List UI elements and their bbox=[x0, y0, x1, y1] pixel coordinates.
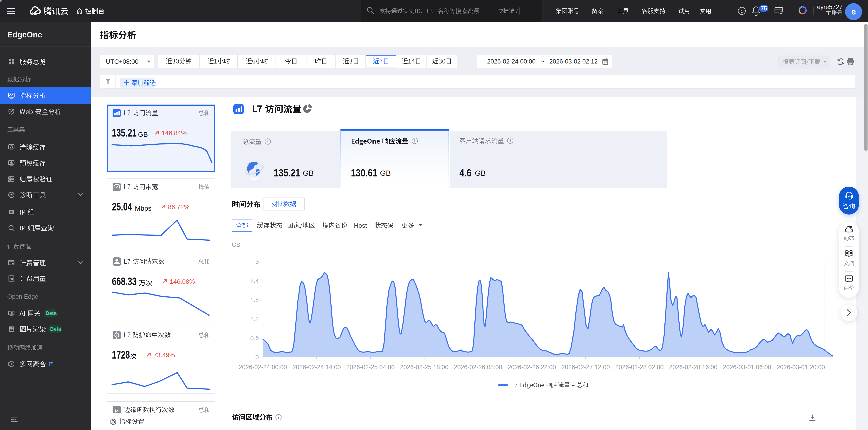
svg-text:2026-02-28 16:00: 2026-02-28 16:00 bbox=[669, 364, 717, 371]
svg-text:2026-02-25 18:00: 2026-02-25 18:00 bbox=[400, 364, 448, 371]
svg-text:fx: fx bbox=[115, 408, 119, 412]
svg-text:2026-02-26 22:00: 2026-02-26 22:00 bbox=[507, 364, 556, 371]
svg-text:2026-02-27 12:00: 2026-02-27 12:00 bbox=[561, 364, 610, 371]
svg-text:2026-02-24 00:00: 2026-02-24 00:00 bbox=[239, 364, 287, 371]
svg-text:2026-02-25 04:00: 2026-02-25 04:00 bbox=[346, 364, 395, 371]
svg-text:IP: IP bbox=[10, 211, 13, 214]
svg-text:0: 0 bbox=[255, 354, 259, 361]
svg-text:1.8: 1.8 bbox=[250, 297, 259, 303]
svg-text:2026-02-26 08:00: 2026-02-26 08:00 bbox=[454, 364, 502, 371]
svg-text:2026-03-01 06:00: 2026-03-01 06:00 bbox=[723, 364, 771, 371]
svg-text:2026-02-28 02:00: 2026-02-28 02:00 bbox=[615, 364, 663, 371]
svg-text:2.4: 2.4 bbox=[250, 277, 259, 285]
svg-text:0.6: 0.6 bbox=[250, 335, 259, 341]
svg-text:2026-02-24 14:00: 2026-02-24 14:00 bbox=[292, 364, 341, 371]
svg-text:1.2: 1.2 bbox=[250, 316, 259, 323]
svg-text:2026-03-01 20:00: 2026-03-01 20:00 bbox=[777, 364, 825, 371]
svg-text:3: 3 bbox=[255, 259, 259, 265]
